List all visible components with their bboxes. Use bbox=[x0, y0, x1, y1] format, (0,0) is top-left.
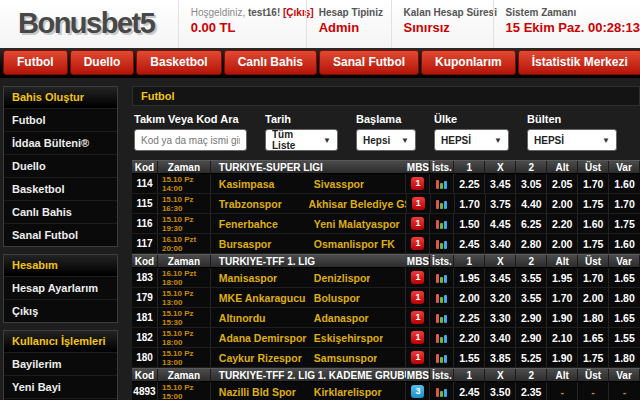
odd-cell[interactable]: 3.50 bbox=[485, 382, 516, 400]
nav-item-basketbol[interactable]: Basketbol bbox=[136, 50, 221, 75]
odd-cell[interactable]: 2.00 bbox=[578, 288, 609, 307]
nav-item-futbol[interactable]: Futbol bbox=[3, 50, 68, 75]
nav-item-duello[interactable]: Duello bbox=[70, 50, 135, 75]
odd-cell[interactable]: 1.90 bbox=[547, 308, 578, 327]
odd-cell[interactable]: 3.20 bbox=[485, 288, 516, 307]
odd-cell[interactable]: 1.70 bbox=[547, 288, 578, 307]
match-row[interactable]: 11415.10 Pz14:00KasimpasaSivasspor12.253… bbox=[132, 174, 640, 194]
stats-chart-icon[interactable] bbox=[436, 312, 448, 323]
date-select[interactable]: Tüm Liste ▼ bbox=[265, 129, 338, 151]
odd-cell[interactable]: 1.60 bbox=[609, 174, 640, 193]
site-logo[interactable]: Bonusbet5 bbox=[0, 0, 178, 48]
search-input[interactable] bbox=[134, 129, 247, 151]
match-teams[interactable]: Caykur RizesporSamsunspor bbox=[211, 348, 407, 367]
odd-cell[interactable]: - bbox=[609, 382, 640, 400]
sidebar-item-hesap-ayarlar-m[interactable]: Hesap Ayarlarım bbox=[4, 276, 117, 299]
match-teams[interactable]: ManisasporDenizlispor bbox=[211, 268, 407, 287]
odd-cell[interactable]: 1.75 bbox=[609, 214, 640, 233]
odd-cell[interactable]: 2.45 bbox=[454, 382, 485, 400]
odd-cell[interactable]: 1.80 bbox=[609, 288, 640, 307]
odd-cell[interactable]: 2.20 bbox=[547, 214, 578, 233]
odd-cell[interactable]: 1.95 bbox=[454, 268, 485, 287]
match-teams[interactable]: Nazilli Bld SporKirklarelispor bbox=[211, 382, 407, 400]
bulletin-select[interactable]: HEPSİ ▼ bbox=[527, 129, 617, 151]
sidebar-item-sanal-futbol[interactable]: Sanal Futbol bbox=[4, 223, 117, 246]
stats-chart-icon[interactable] bbox=[436, 238, 448, 249]
sidebar-item-k[interactable]: Çıkış bbox=[4, 299, 117, 322]
odd-cell[interactable]: 2.20 bbox=[454, 328, 485, 347]
match-teams[interactable]: BursasporOsmanlispor FK bbox=[211, 234, 407, 253]
odd-cell[interactable]: 3.85 bbox=[485, 348, 516, 367]
odd-cell[interactable]: 2.00 bbox=[454, 288, 485, 307]
odd-cell[interactable]: 2.90 bbox=[516, 328, 547, 347]
odd-cell[interactable]: 1.65 bbox=[609, 308, 640, 327]
odd-cell[interactable]: 2.05 bbox=[547, 174, 578, 193]
odd-cell[interactable]: 1.90 bbox=[547, 348, 578, 367]
sidebar-item-basketbol[interactable]: Basketbol bbox=[4, 177, 117, 200]
odd-cell[interactable]: 1.70 bbox=[578, 268, 609, 287]
match-row[interactable]: 11716.10 Pzt20:00BursasporOsmanlispor FK… bbox=[132, 234, 640, 254]
odd-cell[interactable]: 4.40 bbox=[516, 194, 547, 213]
stats-chart-icon[interactable] bbox=[436, 332, 448, 343]
odd-cell[interactable]: 1.70 bbox=[578, 174, 609, 193]
odd-cell[interactable]: 2.25 bbox=[454, 174, 485, 193]
odd-cell[interactable]: 3.30 bbox=[485, 308, 516, 327]
odd-cell[interactable]: 1.65 bbox=[578, 328, 609, 347]
nav-item-kuponlar-m[interactable]: Kuponlarım bbox=[421, 50, 516, 75]
odd-cell[interactable]: - bbox=[547, 382, 578, 400]
match-teams[interactable]: MKE AnkaragucuBoluspor bbox=[211, 288, 407, 307]
odd-cell[interactable]: 3.55 bbox=[516, 268, 547, 287]
match-teams[interactable]: KasimpasaSivasspor bbox=[211, 174, 407, 193]
sidebar-item-futbol[interactable]: Futbol bbox=[4, 108, 117, 131]
match-row[interactable]: 17915.10 Pz13:00MKE AnkaragucuBoluspor12… bbox=[132, 288, 640, 308]
odd-cell[interactable]: 1.70 bbox=[609, 194, 640, 213]
odd-cell[interactable]: 2.10 bbox=[547, 328, 578, 347]
odd-cell[interactable]: 3.05 bbox=[516, 174, 547, 193]
odd-cell[interactable]: 2.00 bbox=[547, 194, 578, 213]
odd-cell[interactable]: 1.50 bbox=[454, 214, 485, 233]
odd-cell[interactable]: 1.75 bbox=[578, 234, 609, 253]
odd-cell[interactable]: 1.70 bbox=[455, 194, 486, 213]
stats-chart-icon[interactable] bbox=[436, 386, 448, 397]
odd-cell[interactable]: - bbox=[578, 382, 609, 400]
match-row[interactable]: 18316.10 Pzt18:00ManisasporDenizlispor11… bbox=[132, 268, 640, 288]
odd-cell[interactable]: 2.90 bbox=[516, 308, 547, 327]
odd-cell[interactable]: 1.55 bbox=[609, 328, 640, 347]
match-row[interactable]: 489315.10 Pz15:00Nazilli Bld SporKirklar… bbox=[132, 382, 640, 400]
odd-cell[interactable]: 1.95 bbox=[547, 268, 578, 287]
sidebar-item-bayilerim[interactable]: Bayilerim bbox=[4, 352, 117, 375]
stats-chart-icon[interactable] bbox=[436, 198, 448, 209]
odd-cell[interactable]: 3.45 bbox=[485, 268, 516, 287]
odd-cell[interactable]: 3.55 bbox=[516, 288, 547, 307]
stats-chart-icon[interactable] bbox=[436, 218, 448, 229]
odd-cell[interactable]: 3.40 bbox=[485, 328, 516, 347]
match-row[interactable]: 18115.10 Pz15:30AltınorduAdanaspor12.253… bbox=[132, 308, 640, 328]
match-teams[interactable]: FenerbahceYeni Malatyaspor bbox=[211, 214, 407, 233]
stats-chart-icon[interactable] bbox=[436, 352, 448, 363]
odd-cell[interactable]: 1.60 bbox=[578, 214, 609, 233]
start-select[interactable]: Hepsi ▼ bbox=[356, 129, 416, 151]
odd-cell[interactable]: 2.00 bbox=[547, 234, 578, 253]
odd-cell[interactable]: 3.75 bbox=[486, 194, 517, 213]
nav-item-i-statistik-merkezi[interactable]: İstatistik Merkezi bbox=[518, 50, 640, 75]
odd-cell[interactable]: 6.25 bbox=[516, 214, 547, 233]
match-row[interactable]: 18215.10 Pz18:00Adana DemirsporEskişehir… bbox=[132, 328, 640, 348]
odd-cell[interactable]: 1.80 bbox=[578, 308, 609, 327]
stats-chart-icon[interactable] bbox=[436, 178, 448, 189]
odd-cell[interactable]: 1.75 bbox=[578, 348, 609, 367]
match-row[interactable]: 11515.10 Pz16:30TrabzonsporAkhisar Beled… bbox=[132, 194, 640, 214]
odd-cell[interactable]: 1.65 bbox=[609, 268, 640, 287]
sidebar-item-yeni-bayi[interactable]: Yeni Bayi bbox=[4, 375, 117, 398]
odd-cell[interactable]: 3.40 bbox=[485, 234, 516, 253]
match-row[interactable]: 18015.10 Pz13:00Caykur RizesporSamsunspo… bbox=[132, 348, 640, 368]
odd-cell[interactable]: 3.45 bbox=[485, 174, 516, 193]
sidebar-item-i-ddaa-b-lteni[interactable]: İddaa Bülteni® bbox=[4, 131, 117, 154]
stats-chart-icon[interactable] bbox=[436, 272, 448, 283]
odd-cell[interactable]: 4.45 bbox=[485, 214, 516, 233]
country-select[interactable]: HEPSİ ▼ bbox=[434, 129, 509, 151]
match-teams[interactable]: AltınorduAdanaspor bbox=[211, 308, 407, 327]
odd-cell[interactable]: 5.25 bbox=[516, 348, 547, 367]
match-teams[interactable]: Adana DemirsporEskişehirspor bbox=[211, 328, 407, 347]
sidebar-item-duello[interactable]: Duello bbox=[4, 154, 117, 177]
nav-item-canl-bahis[interactable]: Canlı Bahis bbox=[224, 50, 317, 75]
